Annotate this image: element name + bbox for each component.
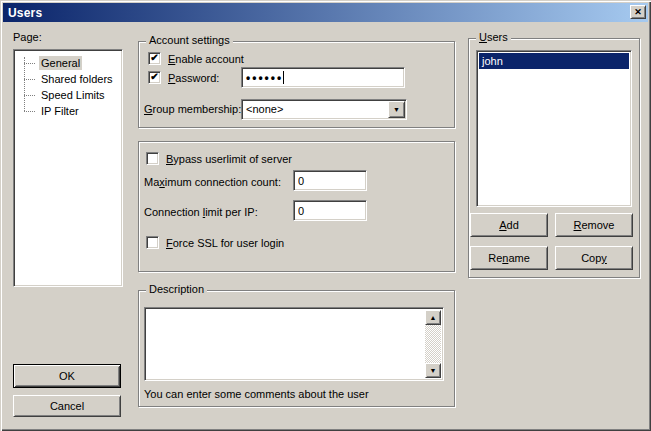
- user-name: john: [482, 55, 503, 67]
- close-icon: ✕: [634, 7, 642, 17]
- tree-item-label: Shared folders: [39, 72, 115, 86]
- group-membership-label: Group membership:: [144, 103, 241, 115]
- scroll-down-icon: ▼: [430, 367, 437, 374]
- check-icon: ✔: [150, 53, 158, 63]
- password-label: Password:: [168, 72, 219, 84]
- password-dots: ••••••: [246, 73, 283, 83]
- scroll-up-button[interactable]: ▲: [425, 310, 441, 325]
- check-icon: ✔: [150, 72, 158, 82]
- copy-button-label: Copy: [581, 252, 607, 264]
- connection-limit-per-ip-input[interactable]: [293, 200, 367, 221]
- add-button-label: Add: [499, 219, 519, 231]
- page-tree-inner: General Shared folders Speed Limits IP F…: [16, 52, 120, 284]
- ok-button[interactable]: OK: [13, 364, 121, 388]
- remove-button[interactable]: Remove: [555, 213, 633, 237]
- description-title: Description: [146, 283, 207, 296]
- tree-item-shared-folders[interactable]: Shared folders: [16, 71, 120, 87]
- password-checkbox[interactable]: ✔: [148, 71, 161, 84]
- max-connection-count-label: Maximum connection count:: [144, 176, 281, 188]
- copy-button[interactable]: Copy: [555, 246, 633, 270]
- text-caret: [283, 71, 284, 84]
- account-settings-title: Account settings: [146, 34, 233, 47]
- chevron-down-icon: ▼: [393, 106, 400, 113]
- cancel-button-label: Cancel: [50, 400, 84, 412]
- titlebar[interactable]: Users: [3, 3, 648, 22]
- user-list-item-john[interactable]: john: [479, 53, 629, 69]
- tree-item-ip-filter[interactable]: IP Filter: [16, 103, 120, 119]
- enable-account-label: Enable account: [168, 53, 244, 65]
- add-button[interactable]: Add: [470, 213, 548, 237]
- force-ssl-label: Force SSL for user login: [166, 237, 284, 249]
- bypass-userlimit-checkbox[interactable]: [146, 152, 159, 165]
- users-list-inner: john: [479, 53, 629, 204]
- page-label: Page:: [13, 31, 42, 43]
- scroll-down-button[interactable]: ▼: [425, 363, 441, 378]
- tree-item-label: IP Filter: [39, 104, 81, 118]
- description-scrollbar[interactable]: ▲ ▼: [425, 310, 441, 378]
- force-ssl-checkbox[interactable]: [146, 236, 159, 249]
- window-title: Users: [8, 6, 42, 20]
- users-group-title: Users: [476, 31, 511, 44]
- max-connection-count-input[interactable]: [293, 170, 367, 191]
- close-button[interactable]: ✕: [630, 5, 646, 19]
- ok-button-label: OK: [59, 370, 75, 382]
- tree-item-label: General: [39, 56, 82, 70]
- connection-limit-per-ip-label: Connection limit per IP:: [144, 206, 258, 218]
- tree-item-general[interactable]: General: [16, 55, 120, 71]
- description-hint: You can enter some comments about the us…: [144, 388, 369, 400]
- password-input[interactable]: ••••••: [241, 67, 405, 88]
- page-tree: General Shared folders Speed Limits IP F…: [13, 49, 123, 287]
- tree-item-label: Speed Limits: [39, 88, 107, 102]
- group-membership-select[interactable]: <none> ▼: [241, 99, 407, 120]
- description-text: [148, 310, 423, 378]
- bypass-userlimit-label: Bypass userlimit of server: [166, 153, 292, 165]
- remove-button-label: Remove: [574, 219, 615, 231]
- users-dialog: Users ✕ Page: General Shared folders Spe…: [0, 0, 651, 431]
- rename-button[interactable]: Rename: [470, 246, 548, 270]
- combo-dropdown-button[interactable]: ▼: [388, 101, 405, 118]
- rename-button-label: Rename: [488, 252, 530, 264]
- tree-item-speed-limits[interactable]: Speed Limits: [16, 87, 120, 103]
- group-membership-value: <none>: [246, 103, 283, 115]
- enable-account-checkbox[interactable]: ✔: [148, 52, 161, 65]
- scroll-up-icon: ▲: [430, 314, 437, 321]
- description-textarea[interactable]: ▲ ▼: [144, 307, 444, 381]
- users-list: john: [476, 50, 632, 207]
- cancel-button[interactable]: Cancel: [13, 395, 121, 417]
